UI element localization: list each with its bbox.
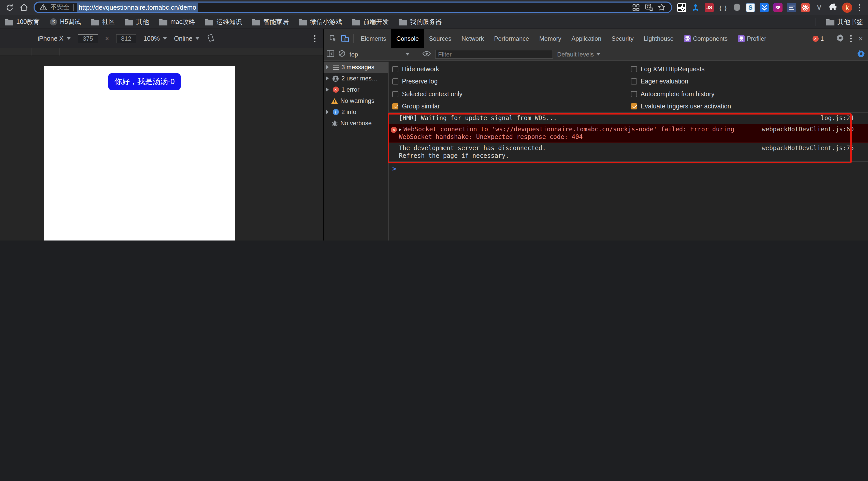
checkbox[interactable] [392,79,398,85]
javascript-extension-icon[interactable]: JS [705,3,714,12]
checkbox-eager-evaluation[interactable]: Eager evaluation [631,76,731,88]
console-prompt[interactable]: > [389,162,868,173]
expand-arrow-icon[interactable] [326,77,329,81]
vue-extension-icon[interactable]: V [814,3,824,12]
address-bar[interactable]: 不安全 http://devquestionnaire.tomabc.cn/de… [34,2,672,13]
tab-application[interactable]: Application [566,29,606,48]
live-expression-eye-icon[interactable] [422,51,431,58]
react-devtools-extension-icon[interactable] [801,3,810,12]
devtools-settings-gear-icon[interactable] [836,34,844,43]
bookmark-folder[interactable]: 社区 [91,18,115,26]
tab-memory[interactable]: Memory [534,29,566,48]
checkbox-checked[interactable] [392,103,398,110]
bookmark-folder[interactable]: 微信小游戏 [299,18,342,26]
source-link[interactable]: webpackHotDevClient.js:76 [762,145,854,152]
qr-code-extension-icon[interactable] [677,3,686,12]
bookmark-star-icon[interactable] [657,3,666,12]
viewport-height-input[interactable] [116,34,136,43]
home-icon[interactable] [19,3,29,12]
bookmark-folder[interactable]: 前端开发 [352,18,389,26]
demo-button[interactable]: 你好，我是汤汤-0 [108,73,181,90]
sidebar-item-errors[interactable]: × 1 error [323,84,388,95]
other-bookmarks[interactable]: 其他书签 [826,18,863,26]
device-select[interactable]: iPhone X [38,35,70,42]
clear-console-icon[interactable] [338,50,345,59]
devtools-menu-icon[interactable] [850,34,852,42]
bookmark-folder[interactable]: mac攻略 [159,18,195,26]
viewport-width-input[interactable] [78,34,98,43]
tab-security[interactable]: Security [607,29,639,48]
console-filter-input[interactable] [435,50,553,59]
checkbox-selected-context-only[interactable]: Selected context only [392,88,631,100]
checkbox[interactable] [392,66,398,72]
expand-arrow-icon[interactable] [399,128,401,131]
expand-arrow-icon[interactable] [326,110,329,114]
execution-context-select[interactable]: top [349,51,410,58]
error-count-badge[interactable]: × 1 [812,35,824,42]
sidebar-item-messages[interactable]: 3 messages [323,62,388,73]
console-message-log[interactable]: The development server has disconnected.… [389,143,868,162]
mindmap-extension-icon[interactable] [691,3,700,12]
checkbox-group-similar[interactable]: Group similar [392,100,631,113]
console-settings-gear-icon[interactable] [857,50,865,59]
sidebar-item-user-messages[interactable]: 2 user mes… [323,73,388,84]
console-message-error[interactable]: × WebSocket connection to 'ws://devquest… [389,124,868,143]
expand-arrow-icon[interactable] [326,88,329,92]
expand-arrow-icon[interactable] [326,65,329,69]
page-viewport[interactable]: 你好，我是汤汤-0 [44,66,235,241]
console-scrollbar-track[interactable] [855,114,855,241]
checkbox[interactable] [631,79,637,85]
bookmark-folder[interactable]: 100教育 [5,18,40,26]
device-toolbar-menu-icon[interactable] [314,34,316,42]
bookmark-item[interactable]: S H5调试 [50,18,81,26]
rotate-icon[interactable] [207,34,215,43]
checkbox-autocomplete-from-history[interactable]: Autocomplete from history [631,88,731,100]
sidebar-item-verbose[interactable]: No verbose [323,118,388,129]
axure-rp-extension-icon[interactable]: RP [773,3,782,12]
tab-profiler[interactable]: Profiler [733,29,771,48]
shield-extension-icon[interactable] [732,3,741,12]
tab-console[interactable]: Console [391,29,424,48]
throttling-select[interactable]: Online [174,35,199,42]
tab-lighthouse[interactable]: Lighthouse [639,29,679,48]
checkbox[interactable] [631,91,637,97]
reload-icon[interactable] [5,3,14,12]
json-formatter-extension-icon[interactable]: {≡} [718,3,727,12]
tab-sources[interactable]: Sources [424,29,456,48]
source-link[interactable]: webpackHotDevClient.js:60 [762,126,854,133]
checkbox-preserve-log[interactable]: Preserve log [392,76,631,88]
checkbox-checked[interactable] [631,103,637,110]
table-ads-extension-icon[interactable] [787,3,796,12]
browser-menu-icon[interactable] [859,3,861,11]
checkbox-log-xmlhttprequests[interactable]: Log XMLHttpRequests [631,63,731,76]
bookmark-folder[interactable]: 智能家居 [252,18,289,26]
checkbox[interactable] [392,91,398,97]
sidebar-item-warnings[interactable]: No warnings [323,95,388,107]
inspect-element-icon[interactable] [327,32,339,44]
translate-icon[interactable]: G [644,3,653,12]
puzzle-extension-icon[interactable] [828,3,837,12]
console-sidebar-toggle-icon[interactable] [327,50,334,58]
tab-groups-icon[interactable] [631,3,641,12]
profile-avatar[interactable]: k [842,2,852,12]
sidebar-item-info[interactable]: i 2 info [323,107,388,118]
device-toolbar-toggle-icon[interactable] [339,32,351,44]
security-label[interactable]: 不安全 [50,3,69,12]
security-warning-icon[interactable] [40,3,47,12]
checkbox[interactable] [631,66,637,72]
tab-network[interactable]: Network [456,29,489,48]
source-link[interactable]: log.js:24 [821,115,854,122]
url-text[interactable]: http://devquestionnaire.tomabc.cn/demo [77,3,198,12]
checkbox-hide-network[interactable]: Hide network [392,63,631,76]
tab-components[interactable]: Components [679,29,733,48]
tab-performance[interactable]: Performance [489,29,534,48]
console-message-log[interactable]: [HMR] Waiting for update signal from WDS… [389,113,868,124]
bookmark-folder[interactable]: 运维知识 [205,18,242,26]
checkbox-evaluate-triggers-user-activation[interactable]: Evaluate triggers user activation [631,100,731,113]
devtools-close-icon[interactable]: × [858,35,863,42]
s-logo-extension-icon[interactable]: S [746,3,755,12]
vue-devtools-extension-icon[interactable] [760,3,769,12]
tab-elements[interactable]: Elements [355,29,391,48]
log-levels-select[interactable]: Default levels [557,51,600,58]
bookmark-folder[interactable]: 我的服务器 [399,18,442,26]
